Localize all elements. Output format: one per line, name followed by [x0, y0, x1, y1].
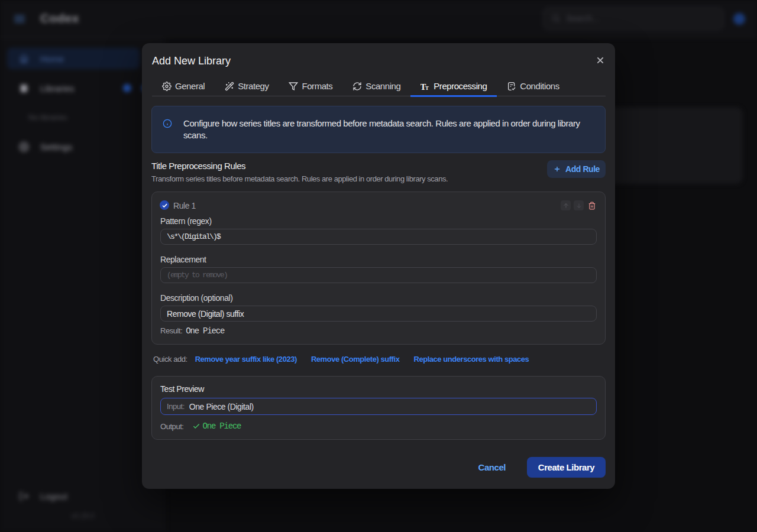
svg-text:T: T: [425, 85, 429, 90]
